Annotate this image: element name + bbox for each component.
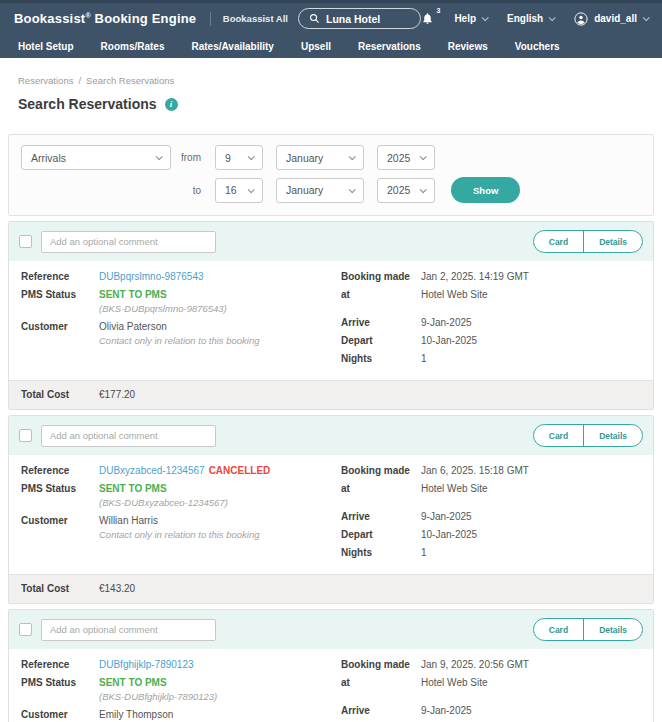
- nav-vouchers[interactable]: Vouchers: [515, 41, 560, 52]
- reference-link[interactable]: DUBfghijklp-7890123: [99, 659, 194, 670]
- reservation-type-value: Arrivals: [31, 152, 66, 164]
- top-bar: Bookassist® Booking Engine Bookassist Al…: [0, 3, 662, 34]
- contact-note: Contact only in relation to this booking: [99, 334, 260, 348]
- select-reservation-checkbox[interactable]: [19, 429, 32, 442]
- from-year-select[interactable]: 2025: [377, 145, 435, 170]
- user-menu[interactable]: david_all: [574, 12, 648, 26]
- booking-made-label: Booking made: [341, 464, 421, 478]
- reference-label: Reference: [21, 270, 99, 284]
- chevron-down-icon: [482, 14, 489, 21]
- arrive-value: 9-Jan-2025: [421, 510, 472, 524]
- reference-link[interactable]: DUBpqrslmno-9876543: [99, 271, 204, 282]
- from-month-select[interactable]: January: [276, 145, 364, 170]
- from-day-select[interactable]: 9: [215, 145, 263, 170]
- arrive-label: Arrive: [341, 510, 421, 524]
- customer-name: Willian Harris: [99, 514, 260, 528]
- depart-value: 10-Jan-2025: [421, 528, 477, 542]
- nav-upsell[interactable]: Upsell: [301, 41, 331, 52]
- chevron-down-icon: [248, 186, 255, 193]
- depart-label: Depart: [341, 334, 421, 348]
- reservation-type-select[interactable]: Arrivals: [21, 145, 171, 170]
- to-label: to: [171, 185, 215, 196]
- app-header: Bookassist® Booking Engine Bookassist Al…: [0, 0, 662, 58]
- comment-input[interactable]: [41, 425, 216, 447]
- nav-rooms-rates[interactable]: Rooms/Rates: [101, 41, 165, 52]
- booking-made-label: Booking made: [341, 270, 421, 284]
- nights-label: Nights: [341, 546, 421, 560]
- help-menu[interactable]: Help: [454, 13, 487, 24]
- account-scope-label[interactable]: Bookassist All: [223, 13, 288, 24]
- search-icon: [309, 13, 320, 24]
- nav-reservations[interactable]: Reservations: [358, 41, 421, 52]
- at-value: Hotel Web Site: [421, 288, 488, 302]
- card-view-button[interactable]: Card: [534, 425, 583, 446]
- show-button[interactable]: Show: [451, 177, 520, 203]
- breadcrumb-search-reservations[interactable]: Search Reservations: [86, 75, 174, 86]
- chevron-down-icon: [156, 153, 163, 160]
- header-divider: [210, 12, 211, 26]
- booking-made-value: Jan 6, 2025. 15:18 GMT: [421, 464, 529, 478]
- pms-reference: (BKS-DUBpqrslmno-9876543): [99, 302, 227, 316]
- breadcrumb-separator: /: [78, 75, 81, 86]
- depart-value: 10-Jan-2025: [421, 334, 477, 348]
- search-filters-panel: Arrivals from 9 January 2025 to 16 Janua…: [8, 134, 654, 216]
- reservation-card-header: Card Details: [9, 416, 653, 455]
- comment-input[interactable]: [41, 231, 216, 253]
- customer-name: Emily Thompson: [99, 708, 260, 722]
- reservation-card-header: Card Details: [9, 610, 653, 649]
- reservation-card-header: Card Details: [9, 222, 653, 261]
- pms-reference: (BKS-DUBfghijklp-7890123): [99, 690, 217, 704]
- nav-rates-availability[interactable]: Rates/Availability: [191, 41, 273, 52]
- arrive-label: Arrive: [341, 704, 421, 718]
- reservation-card: Card Details Reference DUBxyzabced-12345…: [8, 415, 654, 604]
- product-name: Booking Engine: [95, 11, 197, 26]
- brand-name: Bookassist: [14, 11, 85, 26]
- pms-status-label: PMS Status: [21, 676, 99, 690]
- nights-label: Nights: [341, 352, 421, 366]
- reservation-card-body: Reference DUBxyzabced-1234567CANCELLED P…: [9, 455, 653, 574]
- reservation-card-body: Reference DUBpqrslmno-9876543 PMS Status…: [9, 261, 653, 380]
- details-view-button[interactable]: Details: [583, 231, 642, 252]
- breadcrumb-reservations[interactable]: Reservations: [18, 75, 73, 86]
- info-icon[interactable]: i: [165, 98, 178, 111]
- reservation-card-footer: Total Cost €177.20: [9, 380, 653, 409]
- help-label: Help: [454, 13, 476, 24]
- chevron-down-icon: [349, 186, 356, 193]
- to-day-select[interactable]: 16: [215, 178, 263, 203]
- search-input[interactable]: [326, 13, 410, 25]
- notifications-button[interactable]: 3: [421, 12, 434, 25]
- to-month-select[interactable]: January: [276, 178, 364, 203]
- arrive-value: 9-Jan-2025: [421, 704, 472, 718]
- nav-reviews[interactable]: Reviews: [448, 41, 488, 52]
- chevron-down-icon: [420, 186, 427, 193]
- app-logo[interactable]: Bookassist® Booking Engine: [14, 11, 196, 26]
- customer-label: Customer: [21, 514, 99, 528]
- pms-status-value: SENT TO PMS: [99, 288, 227, 302]
- nights-value: 1: [421, 546, 427, 560]
- reservation-card: Card Details Reference DUBfghijklp-78901…: [8, 609, 654, 722]
- select-reservation-checkbox[interactable]: [19, 235, 32, 248]
- hotel-search-box[interactable]: [298, 8, 421, 29]
- to-year-select[interactable]: 2025: [377, 178, 435, 203]
- select-reservation-checkbox[interactable]: [19, 623, 32, 636]
- booking-made-value: Jan 2, 2025. 14:19 GMT: [421, 270, 529, 284]
- details-view-button[interactable]: Details: [583, 619, 642, 640]
- contact-note: Contact only in relation to this booking: [99, 528, 260, 542]
- pms-status-label: PMS Status: [21, 288, 99, 302]
- reference-link[interactable]: DUBxyzabced-1234567: [99, 465, 205, 476]
- user-avatar-icon: [574, 12, 588, 26]
- arrive-value: 9-Jan-2025: [421, 316, 472, 330]
- language-menu[interactable]: English: [507, 13, 554, 24]
- page-title: Search Reservations: [18, 96, 157, 112]
- details-view-button[interactable]: Details: [583, 425, 642, 446]
- pms-status-label: PMS Status: [21, 482, 99, 496]
- card-view-button[interactable]: Card: [534, 619, 583, 640]
- card-view-button[interactable]: Card: [534, 231, 583, 252]
- at-label: at: [341, 676, 421, 690]
- nav-hotel-setup[interactable]: Hotel Setup: [18, 41, 74, 52]
- view-toggle: Card Details: [533, 424, 643, 447]
- reservation-card-footer: Total Cost €143.20: [9, 574, 653, 603]
- customer-label: Customer: [21, 320, 99, 334]
- pms-status-value: SENT TO PMS: [99, 676, 217, 690]
- comment-input[interactable]: [41, 619, 216, 641]
